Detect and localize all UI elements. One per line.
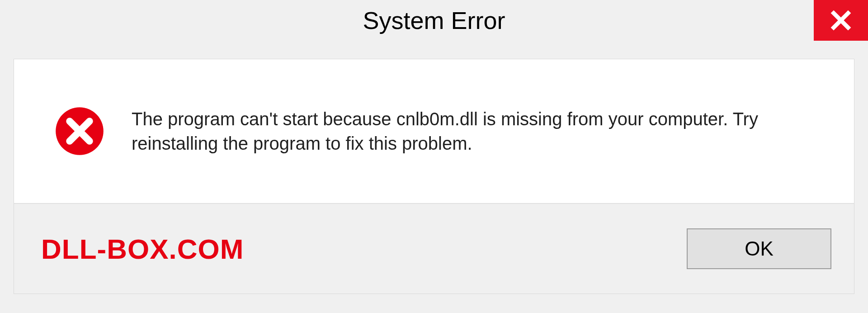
ok-button[interactable]: OK — [687, 228, 831, 269]
error-message: The program can't start because cnlb0m.d… — [132, 107, 827, 156]
content-panel: The program can't start because cnlb0m.d… — [14, 59, 854, 204]
dialog-title: System Error — [363, 6, 505, 34]
watermark-text: DLL-BOX.COM — [41, 233, 244, 265]
error-icon — [55, 106, 104, 156]
close-icon — [830, 9, 852, 31]
titlebar: System Error — [0, 0, 868, 45]
close-button[interactable] — [814, 0, 868, 41]
ok-button-label: OK — [745, 237, 774, 260]
system-error-dialog: System Error The program can't start bec… — [0, 0, 868, 313]
dialog-footer: DLL-BOX.COM OK — [14, 204, 854, 294]
